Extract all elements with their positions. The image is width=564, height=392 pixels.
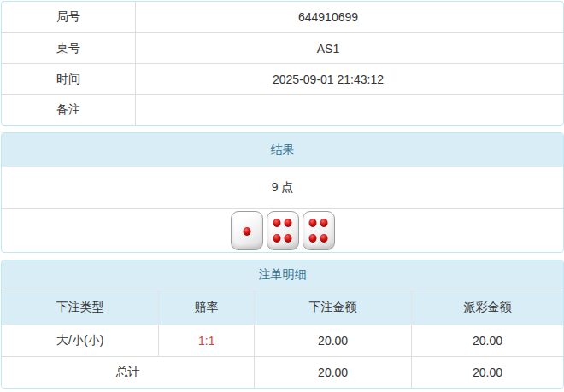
total-payout-amount-cell: 20.00 [412,356,563,388]
die-pip [308,234,316,243]
header-payout-amount: 派彩金额 [412,290,563,325]
bet-row: 大/小(小) 1:1 20.00 20.00 [2,325,563,356]
dice-row [2,209,563,252]
total-bet-amount-cell: 20.00 [255,356,412,388]
result-panel: 结果 9 点 [1,132,564,253]
die-pip [320,219,328,227]
result-panel-title: 结果 [2,133,563,167]
round-number-value: 644910699 [136,2,563,32]
info-row-round: 局号 644910699 [2,2,563,32]
info-row-time: 时间 2025-09-01 21:43:12 [2,63,563,94]
remark-value [136,95,563,125]
table-number-label: 桌号 [2,33,136,63]
total-row: 总计 20.00 20.00 [2,356,563,388]
die-face-4 [303,211,335,250]
die-pip [320,234,328,243]
die-face-1 [231,211,263,250]
info-row-remark: 备注 [2,94,563,125]
die-pip [243,227,250,236]
header-bet-amount: 下注金额 [255,290,412,325]
time-value: 2025-09-01 21:43:12 [136,64,563,94]
table-number-value: AS1 [136,33,563,63]
bets-panel-title: 注单明细 [2,260,563,290]
bets-panel: 注单明细 下注类型 赔率 下注金额 派彩金额 大/小(小) 1:1 20.00 … [1,260,564,389]
header-bet-type: 下注类型 [2,290,159,325]
bet-amount-cell: 20.00 [255,325,412,356]
game-info-panel: 局号 644910699 桌号 AS1 时间 2025-09-01 21:43:… [1,1,564,126]
result-points: 9 点 [2,167,563,209]
bet-record-page: 局号 644910699 桌号 AS1 时间 2025-09-01 21:43:… [0,0,564,389]
info-row-table: 桌号 AS1 [2,32,563,63]
time-label: 时间 [2,64,136,94]
die-pip [285,234,292,243]
round-number-label: 局号 [2,2,136,32]
die-pip [285,219,292,227]
payout-amount-cell: 20.00 [412,325,563,356]
bet-type-cell: 大/小(小) [2,325,159,356]
total-label-cell: 总计 [2,356,255,388]
odds-cell: 1:1 [159,325,255,356]
die-face-4 [267,211,299,250]
die-pip [273,234,280,243]
header-odds: 赔率 [159,290,255,325]
bets-table: 下注类型 赔率 下注金额 派彩金额 大/小(小) 1:1 20.00 20.00… [2,290,563,388]
die-pip [308,219,316,227]
remark-label: 备注 [2,95,136,125]
die-pip [273,219,280,227]
bets-header-row: 下注类型 赔率 下注金额 派彩金额 [2,290,563,325]
